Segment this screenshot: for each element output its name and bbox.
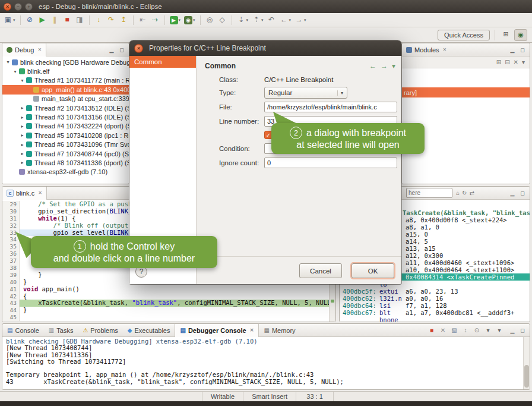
asm-line[interactable]: bnone [340, 316, 530, 322]
view-menu-icon[interactable]: ▾ [392, 62, 395, 70]
line-number[interactable]: 35 [2, 243, 20, 250]
view-menu-icon[interactable]: ▾ [522, 59, 525, 65]
expand-arrow-icon[interactable]: ▸ [19, 124, 26, 129]
close-tab-icon[interactable]: ✕ [38, 190, 42, 196]
step-into-icon[interactable]: ↓ [93, 15, 104, 25]
expand-arrow-icon[interactable]: ▾ [19, 78, 26, 83]
quick-access-button[interactable]: Quick Access [438, 30, 490, 40]
remove-launch-icon[interactable]: ✕ [439, 327, 447, 333]
suspend-icon[interactable]: ∥ [49, 15, 61, 25]
debug-tree-item[interactable]: ▸Thread #3 1073413156 (IDLE) (Susp [2, 112, 129, 121]
console-tab-tasks[interactable]: ▥Tasks [44, 324, 78, 337]
step-return-icon[interactable]: ↥ [118, 15, 129, 25]
dropdown-arrow-icon[interactable]: ▾ [13, 18, 15, 23]
console-tab-debugger-console[interactable]: ▤Debugger Console✕ [175, 324, 259, 337]
debug-tree-item[interactable]: ▾blink checking [GDB Hardware Debug [2, 58, 129, 67]
line-number[interactable]: 41 [2, 286, 20, 293]
console-tab-executables[interactable]: ◆Executables [123, 324, 175, 337]
line-number[interactable]: 37 [2, 257, 20, 265]
terminate-icon[interactable]: ■ [428, 327, 436, 333]
asm-line[interactable]: 400dbc5f:extuia6, a0, 23, 13 [340, 288, 530, 295]
line-number[interactable]: 45 [2, 314, 20, 321]
dropdown-arrow-icon[interactable]: ▾ [304, 18, 306, 23]
debug-tree-item[interactable]: main_task() at cpu_start.c:339 0x4 [2, 95, 129, 103]
close-tab-icon[interactable]: ✕ [250, 328, 254, 333]
expand-arrow-icon[interactable]: ▸ [19, 105, 26, 111]
debug-tree-item[interactable]: ▸Thread #8 1073411336 (dport) (Sus [2, 158, 129, 167]
code-line[interactable]: 45 [2, 314, 330, 321]
collapse-all-icon[interactable]: ⊟ [505, 59, 509, 65]
expand-arrow-icon[interactable]: ▸ [19, 133, 26, 138]
type-dropdown[interactable]: Regular ▾ [264, 87, 347, 99]
terminate-icon[interactable]: ■ [62, 15, 73, 25]
dropdown-arrow-icon[interactable]: ▾ [289, 18, 292, 23]
expand-arrow-icon[interactable]: ▸ [19, 151, 26, 156]
line-number[interactable]: 31 [2, 215, 20, 222]
code-line[interactable]: 43 xTaskCreate(&blink_task, "blink_task"… [2, 300, 330, 307]
minimize-view-icon[interactable]: ▁ [508, 328, 517, 333]
maximize-button[interactable]: + [25, 3, 33, 11]
dialog-close-button[interactable]: ✕ [134, 44, 143, 53]
dropdown-arrow-icon[interactable]: ▾ [261, 18, 264, 23]
search-icon[interactable]: ◎ [204, 15, 216, 25]
expand-arrow-icon[interactable]: ▸ [19, 115, 26, 120]
disconnect-icon[interactable]: ◨ [74, 15, 86, 25]
dropdown-arrow-icon[interactable]: ▾ [179, 18, 181, 23]
open-element-icon[interactable]: ◇ [217, 15, 228, 25]
file-input[interactable] [264, 102, 397, 112]
line-number[interactable]: 39 [2, 272, 20, 279]
line-number[interactable]: 43 [2, 300, 20, 307]
line-number[interactable]: 40 [2, 279, 20, 286]
debug-tree-item[interactable]: ▸Thread #4 1073432224 (dport) (Sus [2, 122, 129, 131]
line-number[interactable]: 34 [2, 236, 20, 243]
scrollbar-thumb[interactable] [524, 365, 529, 388]
resume-icon[interactable]: ▶ [37, 15, 48, 25]
cancel-button[interactable]: Cancel [299, 263, 342, 278]
pin-console-icon[interactable]: ⊙ [473, 327, 481, 333]
step-over-icon[interactable]: ↷ [106, 15, 117, 25]
open-perspective-icon[interactable]: ⊞ [500, 29, 512, 40]
code-line[interactable]: 44} [2, 307, 330, 314]
expand-arrow-icon[interactable]: ▾ [5, 59, 11, 65]
maximize-view-icon[interactable]: ◻ [118, 47, 126, 53]
dropdown-arrow-icon[interactable]: ▾ [246, 18, 249, 23]
expand-arrow-icon[interactable]: ▸ [19, 142, 26, 147]
minimize-view-icon[interactable]: ▁ [107, 47, 116, 53]
scroll-lock-icon[interactable]: ↕ [461, 327, 470, 333]
console-scrollbar[interactable] [523, 337, 530, 389]
asm-line[interactable]: 400dbc67:blta1, a7, 0x400dbc81 <__adddf3… [340, 309, 530, 316]
forward-icon[interactable]: →▾ [293, 15, 308, 25]
close-tab-icon[interactable]: ✕ [37, 47, 42, 52]
line-number[interactable]: 29 [2, 201, 20, 208]
asm-line[interactable]: 400dbc64:lsif7, a1, 128 [340, 302, 530, 309]
home-location-icon[interactable]: ⌂ [456, 190, 460, 196]
close-tab-icon[interactable]: ✕ [443, 47, 447, 52]
console-tab-console[interactable]: ▤Console [2, 324, 44, 337]
line-number[interactable]: 36 [2, 250, 20, 257]
tab-modules[interactable]: Modules ✕ [402, 43, 451, 56]
code-line[interactable]: 41void app_main() [2, 286, 330, 293]
console-tab-memory[interactable]: ▦Memory [259, 324, 300, 337]
debug-tree-item[interactable]: ▾blink.elf [2, 67, 129, 75]
next-annotation-icon[interactable]: ⇣▾ [236, 15, 250, 25]
debug-perspective-icon[interactable]: ◉ [514, 29, 527, 41]
line-number[interactable]: 42 [2, 293, 20, 300]
expand-arrow-icon[interactable]: ▸ [19, 160, 26, 165]
refresh-view-icon[interactable]: ↻ [462, 190, 467, 196]
expand-all-icon[interactable]: ⊞ [496, 59, 501, 65]
back-icon[interactable]: ←▾ [278, 15, 293, 25]
maximize-view-icon[interactable]: ◻ [518, 47, 527, 53]
maximize-view-icon[interactable]: ◻ [518, 190, 527, 196]
display-selected-console-icon[interactable]: ▾ [484, 327, 492, 333]
run-icon[interactable]: ▶▾ [169, 15, 182, 25]
line-number[interactable]: 30 [2, 208, 20, 215]
ignore-count-input[interactable] [264, 158, 397, 168]
debug-tree-item[interactable]: ▸Thread #7 1073408744 (ipc0) (Susp [2, 149, 129, 158]
back-icon[interactable]: ← [369, 62, 376, 70]
window-titlebar[interactable]: ✕−+ esp - Debug - blink/main/blink.c - E… [0, 0, 532, 13]
maximize-view-icon[interactable]: ◻ [518, 328, 527, 333]
clear-console-icon[interactable]: ▧ [450, 327, 458, 333]
module-row-selected[interactable]: rary] [402, 87, 530, 97]
skip-all-breakpoints-icon[interactable]: ⊘ [24, 15, 36, 25]
minimize-view-icon[interactable]: ▁ [508, 190, 517, 196]
